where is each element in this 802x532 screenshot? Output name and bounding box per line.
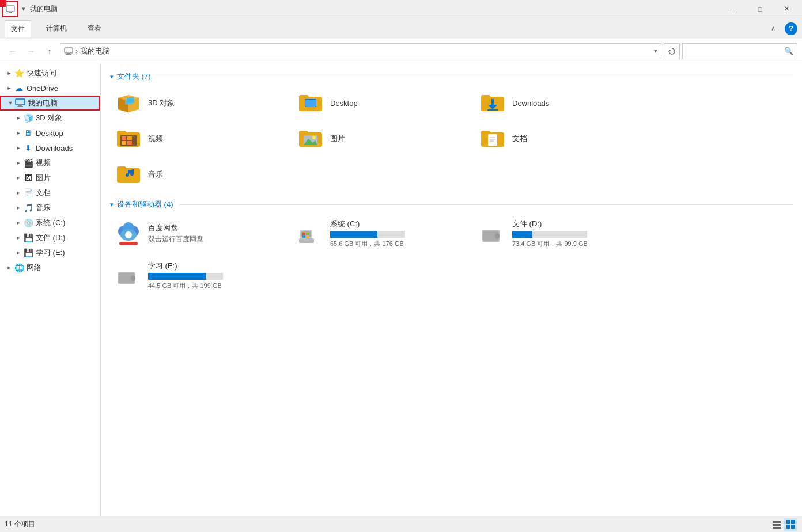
sidebar-item-desktop[interactable]: ► 🖥 Desktop	[0, 126, 100, 140]
view-tiles-button[interactable]	[784, 518, 797, 531]
c-drive-icon	[297, 222, 324, 246]
folder-name-desktop: Desktop	[330, 99, 358, 108]
sidebar-item-downloads[interactable]: ► ⬇ Downloads	[0, 140, 100, 155]
address-separator: ›	[75, 47, 78, 55]
expand-music[interactable]: ►	[14, 203, 23, 212]
close-button[interactable]: ✕	[773, 0, 800, 18]
refresh-icon	[668, 47, 676, 55]
device-c-drive[interactable]: 系统 (C:) 65.6 GB 可用，共 176 GB	[292, 215, 465, 252]
folder-item-3d[interactable]: 3D 对象	[110, 88, 283, 119]
sidebar-label-onedrive: OneDrive	[27, 84, 58, 93]
sidebar-item-network[interactable]: ► 🌐 网络	[0, 260, 100, 275]
folders-section-header[interactable]: ▾ 文件夹 (7)	[110, 71, 793, 82]
sidebar-label-e: 学习 (E:)	[36, 248, 65, 258]
svg-rect-47	[306, 235, 309, 238]
view-tiles-icon	[786, 520, 795, 529]
folder-icon-desktop	[297, 91, 324, 115]
d-drive-icon: 💾	[23, 233, 33, 243]
svg-rect-48	[299, 238, 314, 243]
sidebar-item-e-drive[interactable]: ► 💾 学习 (E:)	[0, 245, 100, 260]
folder-item-downloads[interactable]: Downloads	[474, 88, 647, 119]
expand-videos[interactable]: ►	[14, 158, 23, 168]
tab-view[interactable]: 查看	[82, 20, 107, 37]
folder-icon-pictures	[297, 127, 324, 151]
d-drive-bar	[512, 231, 532, 238]
sidebar-item-c-drive[interactable]: ► 💿 系统 (C:)	[0, 215, 100, 230]
ribbon-collapse-button[interactable]: ∧	[771, 25, 775, 32]
folder-icon-documents	[479, 127, 506, 151]
forward-button: →	[23, 43, 39, 59]
device-d-drive[interactable]: 文件 (D:) 73.4 GB 可用，共 99.9 GB	[474, 215, 647, 252]
sidebar-label-music: 音乐	[36, 203, 51, 213]
documents-icon: 📄	[23, 188, 33, 198]
folder-item-videos[interactable]: 视频	[110, 123, 283, 154]
quick-access-dropdown[interactable]: ▾	[22, 5, 25, 13]
window-title: 我的电脑	[30, 4, 720, 14]
sidebar-item-my-computer[interactable]: ▼ 我的电脑	[0, 96, 100, 111]
help-button[interactable]: ?	[785, 22, 797, 35]
address-bar[interactable]: › 我的电脑 ▾	[60, 43, 661, 59]
expand-d[interactable]: ►	[14, 233, 23, 242]
sidebar-item-pictures[interactable]: ► 🖼 图片	[0, 170, 100, 185]
svg-marker-6	[669, 50, 671, 52]
expand-network[interactable]: ►	[5, 263, 14, 272]
expand-documents[interactable]: ►	[14, 188, 23, 197]
e-drive-icon	[115, 264, 142, 288]
search-input[interactable]	[687, 47, 784, 55]
folder-icon-3d	[115, 91, 142, 115]
devices-section-header[interactable]: ▾ 设备和驱动器 (4)	[110, 199, 793, 210]
sidebar-item-music[interactable]: ► 🎵 音乐	[0, 200, 100, 215]
sidebar-item-3d-objects[interactable]: ► 🧊 3D 对象	[0, 111, 100, 126]
tab-file[interactable]: 文件	[5, 20, 31, 37]
svg-rect-14	[127, 97, 134, 103]
expand-my-computer[interactable]: ▼	[6, 98, 15, 108]
folder-item-music[interactable]: 音乐	[110, 159, 283, 190]
devices-grid: 百度网盘 双击运行百度网盘	[110, 215, 793, 294]
folder-icon-downloads	[479, 91, 506, 115]
sidebar-label-d: 文件 (D:)	[36, 233, 65, 243]
folders-grid: 3D 对象 Desktop	[110, 88, 793, 190]
maximize-button[interactable]: □	[747, 0, 773, 18]
folder-item-documents[interactable]: 文档	[474, 123, 647, 154]
view-details-button[interactable]	[770, 518, 784, 531]
svg-rect-55	[773, 521, 781, 523]
svg-rect-4	[67, 53, 70, 54]
search-icon: 🔍	[784, 47, 793, 55]
expand-onedrive[interactable]: ►	[5, 83, 14, 93]
folders-section-title: 文件夹 (7)	[117, 71, 151, 82]
expand-3d[interactable]: ►	[14, 113, 23, 123]
sidebar-item-videos[interactable]: ► 🎬 视频	[0, 155, 100, 170]
expand-pictures[interactable]: ►	[14, 173, 23, 183]
expand-quick-access[interactable]: ►	[5, 69, 14, 78]
back-button: ←	[5, 43, 21, 59]
device-e-drive[interactable]: 学习 (E:) 44.5 GB 可用，共 199 GB	[110, 257, 283, 294]
svg-point-40	[125, 231, 132, 238]
d-drive-info: 文件 (D:) 73.4 GB 可用，共 99.9 GB	[512, 219, 588, 248]
sidebar-item-quick-access[interactable]: ► ⭐ 快速访问	[0, 66, 100, 81]
c-drive-name: 系统 (C:)	[330, 219, 405, 229]
refresh-button[interactable]	[664, 43, 680, 59]
expand-c[interactable]: ►	[14, 218, 23, 227]
sidebar-item-d-drive[interactable]: ► 💾 文件 (D:)	[0, 230, 100, 245]
address-dropdown-button[interactable]: ▾	[654, 47, 657, 55]
minimize-button[interactable]: —	[720, 0, 747, 18]
expand-e[interactable]: ►	[14, 248, 23, 257]
videos-icon: 🎬	[23, 158, 33, 168]
svg-rect-44	[302, 233, 305, 235]
sidebar-item-onedrive[interactable]: ► ☁ OneDrive	[0, 81, 100, 96]
device-baidu[interactable]: 百度网盘 双击运行百度网盘	[110, 215, 283, 252]
e-drive-bar	[148, 273, 206, 280]
tab-computer[interactable]: 计算机	[40, 20, 73, 37]
sidebar-item-documents[interactable]: ► 📄 文档	[0, 185, 100, 200]
search-box[interactable]: 🔍	[682, 43, 797, 59]
view-details-icon	[772, 520, 781, 529]
up-button[interactable]: ↑	[41, 43, 58, 59]
sidebar: ► ⭐ 快速访问 ► ☁ OneDrive ▼ 我的电脑 ► 🧊	[0, 63, 101, 516]
folder-item-pictures[interactable]: 图片	[292, 123, 465, 154]
folder-item-desktop[interactable]: Desktop	[292, 88, 465, 119]
devices-toggle[interactable]: ▾	[110, 201, 114, 208]
expand-desktop[interactable]: ►	[14, 128, 23, 138]
folders-toggle[interactable]: ▾	[110, 73, 114, 81]
baidu-subtitle: 双击运行百度网盘	[148, 234, 203, 244]
expand-downloads[interactable]: ►	[14, 143, 23, 153]
